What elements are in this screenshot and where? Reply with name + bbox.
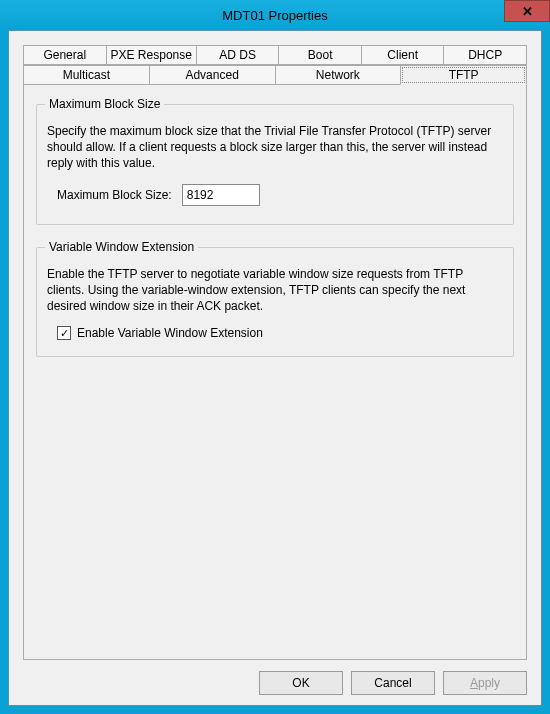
window-title: MDT01 Properties xyxy=(222,8,327,23)
tab-advanced[interactable]: Advanced xyxy=(149,65,276,85)
block-size-field-row: Maximum Block Size: xyxy=(57,184,503,206)
tab-general[interactable]: General xyxy=(23,45,107,65)
tab-network[interactable]: Network xyxy=(275,65,402,85)
tab-pxe-response[interactable]: PXE Response xyxy=(106,45,197,65)
cancel-button-label: Cancel xyxy=(374,676,411,690)
tab-strip: General PXE Response AD DS Boot Client D… xyxy=(23,45,527,660)
ok-button-label: OK xyxy=(292,676,309,690)
tab-panel-tftp: Maximum Block Size Specify the maximum b… xyxy=(23,84,527,660)
apply-button-label: Apply xyxy=(470,676,500,690)
tab-boot[interactable]: Boot xyxy=(278,45,362,65)
window-ext-description: Enable the TFTP server to negotiate vari… xyxy=(47,266,503,315)
tab-row-2: Multicast Advanced Network TFTP xyxy=(23,65,527,85)
dialog-button-bar: OK Cancel Apply xyxy=(259,671,527,695)
tab-dhcp[interactable]: DHCP xyxy=(443,45,527,65)
close-button[interactable]: ✕ xyxy=(504,0,550,22)
block-size-input[interactable] xyxy=(182,184,260,206)
block-size-label: Maximum Block Size: xyxy=(57,188,172,202)
titlebar: MDT01 Properties ✕ xyxy=(0,0,550,30)
enable-window-ext-checkbox[interactable]: ✓ xyxy=(57,326,71,340)
close-icon: ✕ xyxy=(522,4,533,19)
tab-client[interactable]: Client xyxy=(361,45,445,65)
apply-button[interactable]: Apply xyxy=(443,671,527,695)
properties-window: MDT01 Properties ✕ General PXE Response … xyxy=(0,0,550,714)
tab-ad-ds[interactable]: AD DS xyxy=(196,45,280,65)
check-icon: ✓ xyxy=(60,328,69,339)
ok-button[interactable]: OK xyxy=(259,671,343,695)
group-title-block: Maximum Block Size xyxy=(45,97,164,111)
group-maximum-block-size: Maximum Block Size Specify the maximum b… xyxy=(36,104,514,225)
group-variable-window: Variable Window Extension Enable the TFT… xyxy=(36,247,514,358)
cancel-button[interactable]: Cancel xyxy=(351,671,435,695)
enable-window-ext-label: Enable Variable Window Extension xyxy=(77,326,263,340)
tab-multicast[interactable]: Multicast xyxy=(23,65,150,85)
dialog-content: General PXE Response AD DS Boot Client D… xyxy=(9,31,541,660)
group-title-window: Variable Window Extension xyxy=(45,240,198,254)
enable-window-ext-row: ✓ Enable Variable Window Extension xyxy=(57,326,503,340)
tab-row-1: General PXE Response AD DS Boot Client D… xyxy=(23,45,527,65)
client-area: General PXE Response AD DS Boot Client D… xyxy=(8,30,542,706)
tab-tftp[interactable]: TFTP xyxy=(400,65,527,85)
block-size-description: Specify the maximum block size that the … xyxy=(47,123,503,172)
